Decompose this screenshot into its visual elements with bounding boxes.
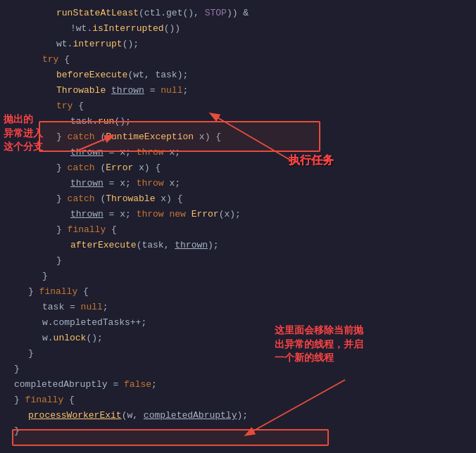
- annotation-execute-task-text: 执行任务: [289, 153, 334, 168]
- arrow-execute-task: [0, 0, 476, 453]
- code-container: runStateAtLeast(ctl.get(), STOP)) & !wt.…: [0, 0, 476, 453]
- svg-line-1: [76, 136, 113, 151]
- svg-line-0: [211, 114, 296, 163]
- svg-line-2: [246, 380, 345, 435]
- annotation-exception-branch: 抛出的异常进入这个分支: [4, 113, 43, 154]
- annotation-remove-thread: 这里面会移除当前抛出异常的线程，并启一个新的线程: [275, 324, 363, 365]
